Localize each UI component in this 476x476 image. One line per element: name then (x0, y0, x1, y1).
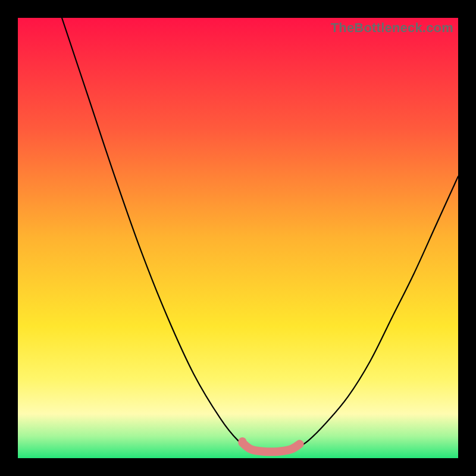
valley-marker (242, 443, 299, 452)
chart-frame: TheBottleneck.com (18, 18, 458, 458)
valley-dot (238, 437, 246, 446)
left-curve (62, 18, 251, 449)
right-curve (295, 176, 458, 449)
chart-plot (18, 18, 458, 458)
